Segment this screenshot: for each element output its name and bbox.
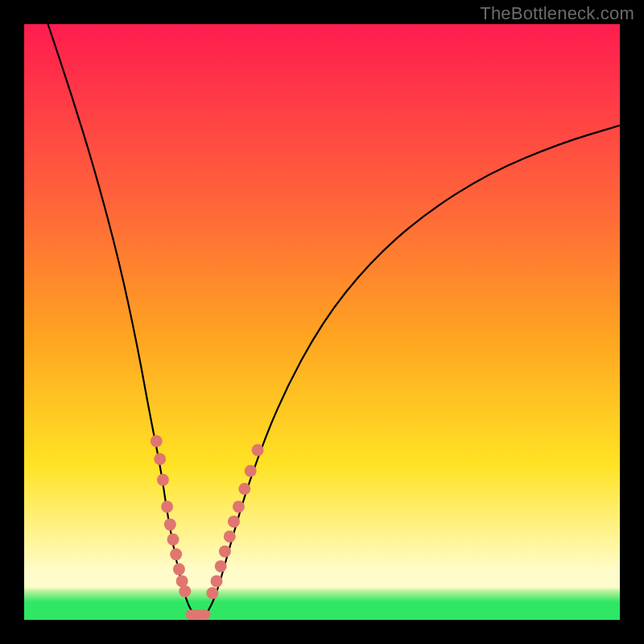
- curve-dot: [154, 453, 166, 465]
- curve-dot: [238, 483, 250, 495]
- bottleneck-curve-svg: [24, 24, 620, 620]
- curve-dot: [228, 515, 240, 527]
- curve-dot: [252, 444, 264, 456]
- curve-dot: [164, 518, 176, 530]
- valley-lump: [186, 609, 211, 619]
- bottleneck-curve: [48, 24, 620, 616]
- curve-dot: [179, 585, 191, 597]
- plot-area: [24, 24, 620, 620]
- valley-lump-shape: [186, 609, 211, 619]
- curve-dots-left: [151, 436, 192, 597]
- curve-dot: [233, 501, 245, 513]
- watermark-text: TheBottleneck.com: [480, 3, 634, 24]
- curve-dot: [170, 548, 182, 560]
- curve-dot: [151, 436, 163, 448]
- curve-dot: [206, 587, 218, 599]
- curve-dot: [173, 564, 185, 576]
- curve-dots-right: [206, 444, 263, 600]
- curve-dot: [245, 465, 257, 477]
- curve-dot: [215, 560, 227, 572]
- curve-dot: [167, 534, 180, 546]
- curve-dot: [211, 575, 223, 587]
- curve-dot: [224, 530, 236, 543]
- curve-dot: [157, 474, 169, 486]
- chart-stage: TheBottleneck.com: [0, 0, 644, 644]
- curve-dot: [219, 545, 231, 557]
- curve-dot: [161, 501, 173, 513]
